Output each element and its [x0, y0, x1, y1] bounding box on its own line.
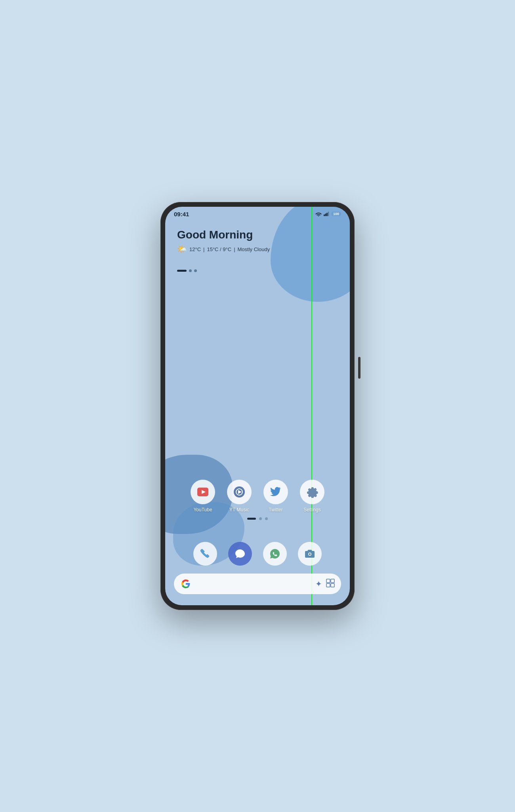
google-logo-icon [181, 579, 190, 588]
page-dots-top [177, 269, 197, 272]
blob-top-right [271, 207, 350, 302]
temperature: 12°C [189, 246, 201, 252]
temp-range: 15°C / 9°C [207, 246, 231, 252]
dock [165, 542, 350, 566]
side-button[interactable] [358, 357, 360, 379]
svg-rect-13 [331, 579, 334, 583]
svg-rect-3 [326, 213, 328, 216]
page-dots-middle [247, 517, 268, 520]
dock-messages[interactable] [228, 542, 252, 566]
twitter-icon [270, 487, 281, 497]
twitter-label: Twitter [269, 507, 282, 513]
signal-icon [324, 212, 329, 216]
lens-icon[interactable] [326, 579, 335, 589]
lens-svg-icon [326, 579, 335, 587]
page-dot-2-mid [265, 517, 268, 520]
ytmusic-label: YT Music [229, 507, 249, 513]
dock-camera[interactable] [298, 542, 322, 566]
google-g-logo [180, 578, 191, 589]
twitter-icon-circle [263, 480, 288, 504]
page-dot-2-top [194, 269, 197, 272]
status-bar: 09:41 100 [165, 207, 350, 221]
svg-rect-12 [326, 579, 330, 583]
page-dot-1-mid [259, 517, 262, 520]
svg-rect-14 [326, 583, 330, 587]
separator2: | [234, 246, 235, 252]
status-time: 09:41 [174, 211, 189, 217]
weather-widget: Good Morning 🌤️ 12°C | 15°C / 9°C | Most… [177, 229, 270, 254]
settings-icon [306, 486, 318, 498]
messages-icon [235, 549, 246, 559]
app-item-twitter[interactable]: Twitter [263, 480, 288, 513]
whatsapp-icon [269, 548, 280, 559]
settings-icon-circle [300, 480, 324, 504]
app-grid: YouTube YT Music [165, 480, 350, 520]
phone-screen: 09:41 100 Good Morning 🌤️ [165, 207, 350, 605]
svg-rect-2 [325, 213, 326, 216]
wifi-icon [315, 212, 322, 216]
ytmusic-icon-circle [227, 480, 252, 504]
status-icons: 100 [315, 212, 341, 216]
dock-whatsapp[interactable] [263, 542, 287, 566]
phone-frame: 09:41 100 Good Morning 🌤️ [160, 202, 355, 610]
greeting-text: Good Morning [177, 229, 270, 241]
weather-icon: 🌤️ [177, 244, 187, 254]
page-dot-1-top [189, 269, 192, 272]
svg-point-11 [309, 553, 311, 555]
youtube-label: YouTube [193, 507, 212, 513]
ytmusic-icon [233, 486, 246, 498]
separator1: | [203, 246, 204, 252]
app-item-settings[interactable]: Settings [300, 480, 324, 513]
svg-rect-4 [328, 212, 329, 216]
app-item-youtube[interactable]: YouTube [191, 480, 215, 513]
svg-point-0 [318, 215, 319, 216]
page-dot-active-mid [247, 518, 256, 520]
battery-badge: 100 [331, 212, 341, 216]
app-row-main: YouTube YT Music [191, 480, 324, 513]
youtube-icon [197, 488, 208, 496]
page-dot-active-top [177, 270, 187, 272]
dock-phone[interactable] [193, 542, 217, 566]
settings-label: Settings [303, 507, 320, 513]
phone-icon [200, 549, 210, 559]
search-bar[interactable]: ✦ [174, 574, 341, 594]
weather-condition: Mostly Cloudy [238, 246, 270, 252]
weather-row: 🌤️ 12°C | 15°C / 9°C | Mostly Cloudy [177, 244, 270, 254]
svg-rect-15 [331, 583, 334, 587]
youtube-icon-circle [191, 480, 215, 504]
camera-icon [304, 549, 315, 558]
app-item-ytmusic[interactable]: YT Music [227, 480, 252, 513]
svg-rect-1 [324, 214, 325, 216]
sparkle-icon: ✦ [315, 579, 322, 589]
